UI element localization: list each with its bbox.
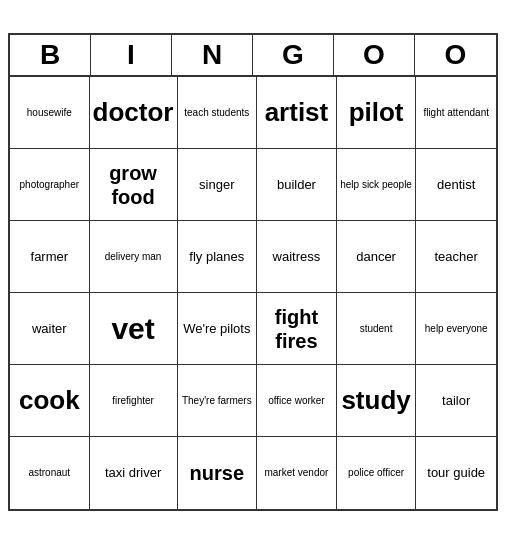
cell-text-6: photographer <box>20 179 80 191</box>
cell-text-27: office worker <box>268 395 325 407</box>
bingo-cell-19[interactable]: vet <box>90 293 178 365</box>
cell-text-7: grow food <box>93 161 174 209</box>
cell-text-2: teach students <box>184 107 249 119</box>
cell-text-17: teacher <box>434 249 477 265</box>
cell-text-28: study <box>341 385 410 416</box>
cell-text-29: tailor <box>442 393 470 409</box>
cell-text-25: firefighter <box>112 395 154 407</box>
bingo-cell-22[interactable]: student <box>337 293 417 365</box>
bingo-cell-14[interactable]: fly planes <box>178 221 258 293</box>
bingo-cell-16[interactable]: dancer <box>337 221 417 293</box>
bingo-cell-30[interactable]: astronaut <box>10 437 90 509</box>
header-letter-n2: N <box>172 35 253 75</box>
bingo-grid: housewifedoctorteach studentsartistpilot… <box>10 77 496 509</box>
bingo-cell-17[interactable]: teacher <box>416 221 496 293</box>
bingo-cell-10[interactable]: help sick people <box>337 149 417 221</box>
cell-text-9: builder <box>277 177 316 193</box>
bingo-cell-31[interactable]: taxi driver <box>90 437 178 509</box>
bingo-cell-34[interactable]: police officer <box>337 437 417 509</box>
cell-text-26: They're farmers <box>182 395 252 407</box>
cell-text-11: dentist <box>437 177 475 193</box>
cell-text-3: artist <box>265 97 329 128</box>
cell-text-0: housewife <box>27 107 72 119</box>
bingo-cell-18[interactable]: waiter <box>10 293 90 365</box>
bingo-cell-15[interactable]: waitress <box>257 221 337 293</box>
cell-text-19: vet <box>111 311 154 347</box>
bingo-cell-12[interactable]: farmer <box>10 221 90 293</box>
cell-text-16: dancer <box>356 249 396 265</box>
cell-text-33: market vendor <box>264 467 328 479</box>
bingo-header: BINGOO <box>10 35 496 77</box>
bingo-cell-33[interactable]: market vendor <box>257 437 337 509</box>
bingo-cell-9[interactable]: builder <box>257 149 337 221</box>
bingo-cell-20[interactable]: We're pilots <box>178 293 258 365</box>
bingo-cell-26[interactable]: They're farmers <box>178 365 258 437</box>
cell-text-32: nurse <box>190 461 244 485</box>
bingo-cell-6[interactable]: photographer <box>10 149 90 221</box>
bingo-cell-3[interactable]: artist <box>257 77 337 149</box>
cell-text-4: pilot <box>349 97 404 128</box>
cell-text-34: police officer <box>348 467 404 479</box>
cell-text-31: taxi driver <box>105 465 161 481</box>
bingo-cell-28[interactable]: study <box>337 365 417 437</box>
bingo-cell-25[interactable]: firefighter <box>90 365 178 437</box>
cell-text-20: We're pilots <box>183 321 250 337</box>
cell-text-30: astronaut <box>28 467 70 479</box>
bingo-cell-21[interactable]: fight fires <box>257 293 337 365</box>
cell-text-15: waitress <box>273 249 321 265</box>
cell-text-5: flight attendant <box>423 107 489 119</box>
cell-text-23: help everyone <box>425 323 488 335</box>
cell-text-21: fight fires <box>260 305 333 353</box>
cell-text-10: help sick people <box>340 179 412 191</box>
header-letter-i1: I <box>91 35 172 75</box>
bingo-cell-5[interactable]: flight attendant <box>416 77 496 149</box>
cell-text-18: waiter <box>32 321 67 337</box>
header-letter-g3: G <box>253 35 334 75</box>
cell-text-35: tour guide <box>427 465 485 481</box>
bingo-cell-32[interactable]: nurse <box>178 437 258 509</box>
cell-text-8: singer <box>199 177 234 193</box>
bingo-cell-0[interactable]: housewife <box>10 77 90 149</box>
header-letter-o5: O <box>415 35 496 75</box>
bingo-cell-13[interactable]: delivery man <box>90 221 178 293</box>
bingo-cell-27[interactable]: office worker <box>257 365 337 437</box>
bingo-cell-24[interactable]: cook <box>10 365 90 437</box>
bingo-cell-4[interactable]: pilot <box>337 77 417 149</box>
header-letter-b0: B <box>10 35 91 75</box>
bingo-cell-29[interactable]: tailor <box>416 365 496 437</box>
cell-text-13: delivery man <box>105 251 162 263</box>
bingo-cell-2[interactable]: teach students <box>178 77 258 149</box>
cell-text-14: fly planes <box>189 249 244 265</box>
bingo-cell-23[interactable]: help everyone <box>416 293 496 365</box>
header-letter-o4: O <box>334 35 415 75</box>
bingo-cell-1[interactable]: doctor <box>90 77 178 149</box>
cell-text-12: farmer <box>31 249 69 265</box>
bingo-cell-35[interactable]: tour guide <box>416 437 496 509</box>
bingo-cell-8[interactable]: singer <box>178 149 258 221</box>
bingo-board: BINGOO housewifedoctorteach studentsarti… <box>8 33 498 511</box>
cell-text-1: doctor <box>93 97 174 128</box>
bingo-cell-11[interactable]: dentist <box>416 149 496 221</box>
bingo-cell-7[interactable]: grow food <box>90 149 178 221</box>
cell-text-22: student <box>360 323 393 335</box>
cell-text-24: cook <box>19 385 80 416</box>
